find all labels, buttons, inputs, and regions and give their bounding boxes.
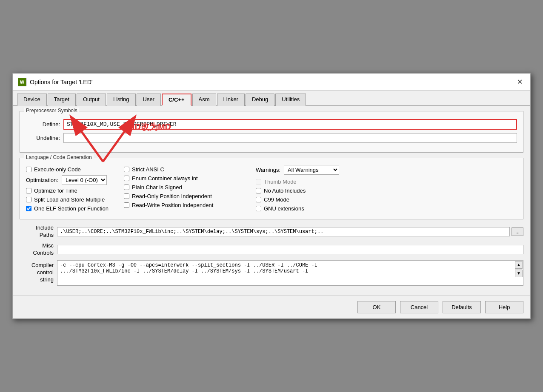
content-area: Preprocessor Symbols HD改为MD Define:: [13, 106, 530, 295]
no-auto-row: No Auto Includes: [256, 186, 517, 195]
tab-utilities[interactable]: Utilities: [275, 94, 306, 106]
lang-col3: Warnings: All WarningsNo WarningsUnspeci…: [256, 165, 517, 213]
misc-controls-input[interactable]: [57, 245, 523, 254]
language-group-label: Language / Code Generation: [24, 154, 94, 160]
tab-output[interactable]: Output: [77, 94, 106, 106]
ok-button[interactable]: OK: [357, 301, 396, 313]
misc-controls-row: Misc Controls: [20, 242, 523, 257]
one-elf-label: One ELF Section per Function: [34, 205, 109, 212]
tab-user[interactable]: User: [137, 94, 161, 106]
tab-target[interactable]: Target: [48, 94, 76, 106]
tab-bar: Device Target Output Listing User C/C++ …: [13, 91, 530, 106]
title-bar: W Options for Target 'LED' ✕: [13, 74, 530, 91]
tab-cpp[interactable]: C/C++: [162, 94, 191, 106]
app-icon: W: [18, 78, 26, 86]
strict-ansi-row: Strict ANSI C: [124, 165, 256, 174]
thumb-mode-check[interactable]: [256, 179, 261, 185]
enum-container-label: Enum Container always int: [132, 175, 198, 182]
thumb-mode-label: Thumb Mode: [264, 179, 297, 185]
button-bar: OK Cancel Defaults Help: [13, 295, 530, 318]
cancel-button[interactable]: Cancel: [400, 301, 438, 313]
scroll-up-btn[interactable]: ▲: [515, 261, 523, 269]
read-write-pos-label: Read-Write Position Independent: [132, 202, 213, 208]
read-only-pos-label: Read-Only Position Independent: [132, 193, 212, 199]
read-only-pos-check[interactable]: [124, 193, 129, 199]
include-paths-row: Include Paths ...: [20, 224, 523, 239]
title-bar-left: W Options for Target 'LED': [18, 78, 93, 86]
optimization-label: Optimization:: [26, 177, 58, 183]
undefine-input[interactable]: [63, 133, 517, 143]
tab-device[interactable]: Device: [17, 94, 47, 106]
gnu-ext-check[interactable]: [256, 206, 261, 211]
tab-debug[interactable]: Debug: [246, 94, 274, 106]
optimization-select[interactable]: Level 0 (-O0)Level 1 (-O1)Level 2 (-O2)L…: [62, 175, 107, 185]
tab-asm[interactable]: Asm: [192, 94, 216, 106]
scroll-down-btn[interactable]: ▼: [515, 270, 523, 277]
preprocessor-group: Preprocessor Symbols HD改为MD Define:: [20, 111, 523, 153]
enum-container-check[interactable]: [124, 176, 129, 181]
strict-ansi-check[interactable]: [124, 167, 129, 172]
compiler-control-row: Compiler control string -c --cpu Cortex-…: [20, 260, 523, 287]
misc-controls-label: Misc Controls: [20, 242, 54, 257]
define-label: Define:: [26, 121, 60, 128]
one-elf-row: One ELF Section per Function: [26, 204, 124, 213]
strict-ansi-label: Strict ANSI C: [132, 166, 164, 173]
compiler-control-textarea[interactable]: -c --cpu Cortex-M3 -g -O0 --apcs=interwo…: [57, 260, 523, 286]
help-button[interactable]: Help: [485, 301, 523, 313]
optimize-time-check[interactable]: [26, 188, 31, 193]
c99-mode-row: C99 Mode: [256, 195, 517, 204]
gnu-ext-label: GNU extensions: [264, 205, 304, 212]
optimize-time-row: Optimize for Time: [26, 186, 124, 195]
include-paths-label: Include Paths: [20, 224, 54, 239]
close-button[interactable]: ✕: [514, 77, 525, 87]
c99-mode-label: C99 Mode: [264, 196, 289, 203]
defaults-button[interactable]: Defaults: [443, 301, 481, 313]
lang-col2: Strict ANSI C Enum Container always int …: [124, 165, 256, 213]
split-load-label: Split Load and Store Multiple: [34, 196, 105, 203]
execute-only-check[interactable]: [26, 167, 31, 172]
plain-char-label: Plain Char is Signed: [132, 184, 182, 190]
compiler-control-label: Compiler control string: [20, 262, 54, 284]
plain-char-check[interactable]: [124, 185, 129, 190]
preprocessor-group-label: Preprocessor Symbols: [24, 108, 79, 114]
lang-col1: Execute-only Code Optimization: Level 0 …: [26, 165, 124, 213]
no-auto-check[interactable]: [256, 188, 261, 193]
undefine-row: Undefine:: [26, 133, 517, 143]
warnings-select[interactable]: All WarningsNo WarningsUnspecified: [284, 165, 339, 175]
include-paths-input[interactable]: [57, 227, 510, 236]
tab-linker[interactable]: Linker: [217, 94, 245, 106]
main-dialog: W Options for Target 'LED' ✕ Device Targ…: [12, 73, 531, 319]
execute-only-row: Execute-only Code: [26, 165, 124, 174]
thumb-mode-row: Thumb Mode: [256, 177, 517, 186]
one-elf-check[interactable]: [26, 206, 31, 211]
optimization-row: Optimization: Level 0 (-O0)Level 1 (-O1)…: [26, 174, 124, 186]
include-paths-section: Include Paths ... Misc Controls Compiler…: [20, 224, 523, 287]
c99-mode-check[interactable]: [256, 197, 261, 202]
gnu-ext-row: GNU extensions: [256, 204, 517, 213]
undefine-label: Undefine:: [26, 135, 60, 141]
define-row: Define:: [26, 119, 517, 130]
include-paths-browse[interactable]: ...: [512, 227, 523, 236]
execute-only-label: Execute-only Code: [34, 166, 81, 173]
language-group: Language / Code Generation Execute-only …: [20, 158, 523, 219]
read-only-pos-row: Read-Only Position Independent: [124, 192, 256, 201]
read-write-pos-check[interactable]: [124, 202, 129, 208]
define-input[interactable]: [63, 119, 517, 130]
enum-container-row: Enum Container always int: [124, 174, 256, 183]
tab-listing[interactable]: Listing: [107, 94, 136, 106]
plain-char-row: Plain Char is Signed: [124, 183, 256, 192]
split-load-check[interactable]: [26, 197, 31, 202]
dialog-title: Options for Target 'LED': [30, 79, 93, 85]
no-auto-label: No Auto Includes: [264, 187, 306, 194]
read-write-pos-row: Read-Write Position Independent: [124, 201, 256, 210]
optimize-time-label: Optimize for Time: [34, 187, 77, 194]
warnings-row: Warnings: All WarningsNo WarningsUnspeci…: [256, 165, 517, 175]
warnings-label: Warnings:: [256, 167, 280, 173]
split-load-row: Split Load and Store Multiple: [26, 195, 124, 204]
